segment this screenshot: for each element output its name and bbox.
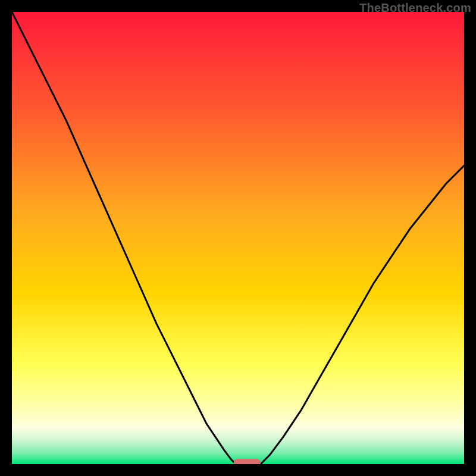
gradient-background — [12, 12, 464, 464]
plot-area — [12, 12, 464, 464]
chart-frame: TheBottleneck.com — [0, 0, 476, 476]
watermark-text: TheBottleneck.com — [359, 1, 471, 15]
optimum-marker-pill — [233, 459, 261, 464]
chart-svg — [12, 12, 464, 464]
optimum-marker — [233, 459, 261, 464]
